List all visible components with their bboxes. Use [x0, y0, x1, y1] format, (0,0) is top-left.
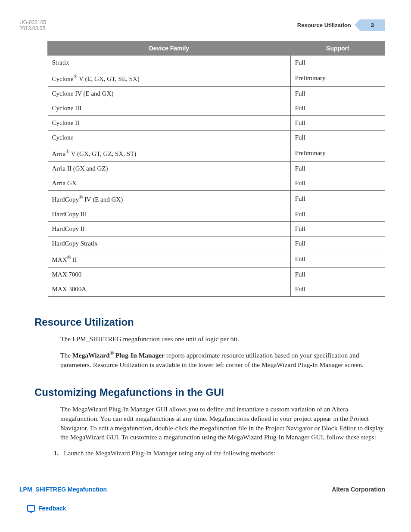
device-family-cell: Arria GX [48, 176, 291, 191]
device-family-cell: Cyclone® V (E, GX, GT, SE, SX) [48, 70, 291, 87]
support-cell: Full [290, 162, 385, 176]
comment-icon [27, 505, 35, 512]
page-number-badge: 3 [360, 19, 385, 31]
header-right: Resource Utilization 3 [297, 19, 385, 31]
resource-p2: The MegaWizard® Plug-In Manager reports … [60, 350, 385, 370]
support-cell: Full [290, 251, 385, 268]
device-family-cell: HardCopy II [48, 222, 291, 236]
support-cell: Full [290, 222, 385, 236]
table-row: Cyclone® V (E, GX, GT, SE, SX)Preliminar… [48, 70, 385, 87]
device-support-table: Device Family Support StratixFullCyclone… [47, 41, 385, 297]
table-header-support: Support [290, 41, 385, 56]
support-cell: Full [290, 268, 385, 282]
table-row: Cyclone IV (E and GX)Full [48, 87, 385, 101]
table-row: HardCopy® IV (E and GX)Full [48, 191, 385, 207]
support-cell: Full [290, 101, 385, 116]
support-cell: Full [290, 207, 385, 222]
section-customizing: Customizing Megafunctions in the GUI The… [19, 386, 385, 458]
device-family-cell: Cyclone [48, 131, 291, 145]
table-row: Arria GXFull [48, 176, 385, 191]
customizing-p1: The MegaWizard Plug-In Manager GUI allow… [60, 404, 385, 442]
doc-id: UG-033105 [19, 19, 46, 25]
device-family-cell: HardCopy® IV (E and GX) [48, 191, 291, 207]
device-family-cell: Arria® V (GX, GT, GZ, SX, ST) [48, 145, 291, 162]
support-cell: Full [290, 116, 385, 131]
device-family-cell: HardCopy III [48, 207, 291, 222]
support-table-wrap: Device Family Support StratixFullCyclone… [47, 41, 385, 297]
table-row: HardCopy IIFull [48, 222, 385, 236]
table-row: Arria® V (GX, GT, GZ, SX, ST)Preliminary [48, 145, 385, 162]
device-family-cell: Cyclone II [48, 116, 291, 131]
step-1: Launch the MegaWizard Plug-In Manager us… [60, 448, 385, 458]
support-cell: Full [290, 56, 385, 70]
resource-p1: The LPM_SHIFTREG megafunction uses one u… [60, 334, 385, 344]
support-cell: Full [290, 176, 385, 191]
table-row: HardCopy IIIFull [48, 207, 385, 222]
device-family-cell: Arria II (GX and GZ) [48, 162, 291, 176]
doc-meta: UG-033105 2013.03.05 [19, 19, 46, 31]
section-title: Resource Utilization [297, 22, 360, 28]
support-cell: Full [290, 131, 385, 145]
table-row: Arria II (GX and GZ)Full [48, 162, 385, 176]
support-cell: Preliminary [290, 145, 385, 162]
footer-company: Altera Corporation [332, 486, 385, 493]
table-row: MAX 3000AFull [48, 282, 385, 297]
feedback-label: Feedback [38, 505, 66, 512]
section-resource-utilization: Resource Utilization The LPM_SHIFTREG me… [19, 316, 385, 369]
heading-resource: Resource Utilization [34, 316, 385, 328]
table-row: StratixFull [48, 56, 385, 70]
table-row: Cyclone IIFull [48, 116, 385, 131]
support-cell: Full [290, 191, 385, 207]
table-row: HardCopy StratixFull [48, 236, 385, 251]
table-row: MAX® IIFull [48, 251, 385, 268]
steps-list: Launch the MegaWizard Plug-In Manager us… [60, 448, 385, 458]
support-cell: Full [290, 282, 385, 297]
heading-customizing: Customizing Megafunctions in the GUI [34, 386, 385, 398]
device-family-cell: Stratix [48, 56, 291, 70]
support-cell: Preliminary [290, 70, 385, 87]
page-footer: LPM_SHIFTREG Megafunction Altera Corpora… [19, 486, 385, 512]
table-row: Cyclone IIIFull [48, 101, 385, 116]
device-family-cell: Cyclone IV (E and GX) [48, 87, 291, 101]
device-family-cell: MAX® II [48, 251, 291, 268]
device-family-cell: MAX 3000A [48, 282, 291, 297]
device-family-cell: MAX 7000 [48, 268, 291, 282]
support-cell: Full [290, 236, 385, 251]
table-row: MAX 7000Full [48, 268, 385, 282]
device-family-cell: HardCopy Stratix [48, 236, 291, 251]
table-header-family: Device Family [48, 41, 291, 56]
table-row: CycloneFull [48, 131, 385, 145]
footer-doc-title[interactable]: LPM_SHIFTREG Megafunction [19, 486, 120, 493]
doc-date: 2013.03.05 [19, 25, 46, 31]
feedback-link[interactable]: Feedback [27, 505, 385, 512]
support-cell: Full [290, 87, 385, 101]
page-header: UG-033105 2013.03.05 Resource Utilizatio… [19, 19, 385, 31]
device-family-cell: Cyclone III [48, 101, 291, 116]
